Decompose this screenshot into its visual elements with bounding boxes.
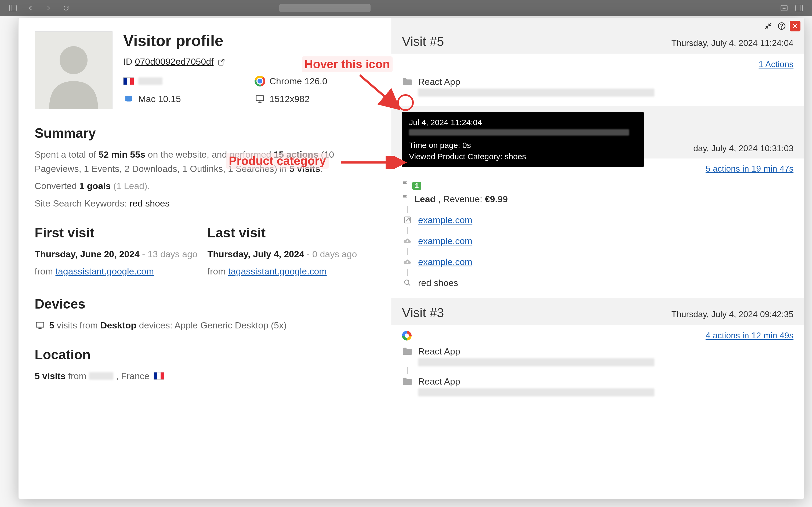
visit-3-actions-link[interactable]: 4 actions in 12 min 49s bbox=[706, 331, 794, 340]
visit-5-actions-link[interactable]: 1 Actions bbox=[759, 59, 794, 69]
page-name: React App bbox=[418, 76, 460, 87]
location-text: 5 visits from , France bbox=[35, 369, 375, 383]
search-icon bbox=[402, 277, 413, 288]
download-icon bbox=[402, 257, 413, 267]
last-visit-heading: Last visit bbox=[208, 225, 375, 241]
tooltip-timestamp: Jul 4, 2024 11:24:04 bbox=[409, 117, 637, 128]
visit-3-header: Visit #3 Thursday, July 4, 2024 09:42:35 bbox=[391, 298, 804, 325]
svg-rect-5 bbox=[796, 5, 803, 11]
annotation-arrow-1 bbox=[354, 70, 408, 115]
resolution-label: 1512x982 bbox=[270, 94, 309, 104]
avatar bbox=[35, 32, 113, 109]
devices-heading: Devices bbox=[35, 296, 375, 312]
id-label: ID bbox=[123, 56, 132, 67]
browser-toolbar bbox=[0, 0, 812, 16]
location-heading: Location bbox=[35, 347, 375, 362]
back-icon[interactable] bbox=[26, 3, 36, 13]
summary-keywords: Site Search Keywords: red shoes bbox=[35, 196, 375, 211]
monitor-icon bbox=[35, 320, 45, 331]
svg-rect-10 bbox=[127, 102, 131, 102]
page-name: React App bbox=[418, 346, 460, 357]
devices-text: 5 visits from Desktop devices: Apple Gen… bbox=[35, 318, 375, 332]
flag-france-icon bbox=[154, 372, 164, 380]
visit-3-title: Visit #3 bbox=[402, 305, 444, 320]
mac-icon bbox=[123, 94, 134, 104]
download-icon bbox=[402, 235, 413, 246]
os-meta: Mac 10.15 bbox=[123, 94, 244, 104]
svg-rect-2 bbox=[781, 5, 787, 11]
flag-france-icon bbox=[123, 77, 134, 85]
folder-icon bbox=[402, 376, 413, 387]
page-title: Visitor profile bbox=[123, 32, 375, 49]
svg-point-27 bbox=[405, 280, 409, 284]
svg-rect-11 bbox=[256, 96, 264, 101]
annotation-hover: Hover this icon bbox=[302, 56, 393, 72]
svg-rect-14 bbox=[36, 322, 44, 327]
country-meta bbox=[123, 76, 244, 87]
visitor-id-link[interactable]: 070d0092ed7050df bbox=[135, 56, 214, 67]
action-pageview: React App bbox=[402, 75, 794, 89]
lead-row: Lead , Revenue: €9.99 bbox=[402, 192, 794, 206]
outlink-row: example.com bbox=[402, 213, 794, 227]
download-row-2: example.com bbox=[402, 255, 794, 269]
summary-heading: Summary bbox=[35, 125, 375, 141]
help-icon[interactable] bbox=[776, 21, 787, 32]
goal-count-badge: 1 bbox=[412, 182, 421, 190]
tabs-icon[interactable] bbox=[794, 3, 804, 13]
download-link-2[interactable]: example.com bbox=[418, 257, 472, 267]
svg-line-28 bbox=[408, 284, 410, 286]
svg-line-29 bbox=[360, 75, 397, 107]
last-visit-referrer-link[interactable]: tagassistant.google.com bbox=[228, 266, 327, 276]
action-pageview: React App bbox=[402, 344, 794, 358]
flag-icon bbox=[402, 194, 409, 204]
outlink-link[interactable]: example.com bbox=[418, 215, 472, 225]
visitor-profile-modal: Visitor profile ID 070d0092ed7050df bbox=[18, 18, 805, 499]
monitor-icon bbox=[254, 94, 265, 104]
page-name: React App bbox=[418, 376, 460, 387]
svg-line-8 bbox=[221, 59, 224, 62]
annotation-arrow-2 bbox=[338, 156, 408, 169]
first-visit-date: Thursday, June 20, 2024 - 13 days ago bbox=[35, 247, 202, 261]
visit-4-actions-link[interactable]: 5 actions in 19 min 47s bbox=[706, 164, 794, 173]
chrome-icon bbox=[254, 76, 265, 87]
folder-icon bbox=[402, 346, 413, 357]
visit-4-time: day, July 4, 2024 10:31:03 bbox=[693, 144, 794, 153]
search-term: red shoes bbox=[418, 278, 458, 288]
forward-icon[interactable] bbox=[44, 3, 53, 13]
goal-row: 1 bbox=[402, 179, 794, 192]
svg-line-24 bbox=[406, 218, 409, 222]
flag-goal-icon bbox=[402, 181, 409, 191]
first-visit-heading: First visit bbox=[35, 225, 202, 241]
sidebar-toggle-icon[interactable] bbox=[8, 3, 18, 13]
svg-rect-0 bbox=[9, 5, 16, 11]
tooltip: Jul 4, 2024 11:24:04 Time on page: 0s Vi… bbox=[402, 112, 644, 167]
summary-goals: Converted 1 goals (1 Lead). bbox=[35, 179, 375, 193]
visit-5-time: Thursday, July 4, 2024 11:24:04 bbox=[671, 38, 794, 48]
visit-5-header: Visit #5 Thursday, July 4, 2024 11:24:04 bbox=[391, 18, 804, 54]
last-visit-referrer: from tagassistant.google.com bbox=[208, 264, 375, 278]
share-icon[interactable] bbox=[779, 3, 789, 13]
close-icon[interactable] bbox=[790, 21, 801, 32]
action-pageview-2: React App bbox=[402, 374, 794, 388]
first-visit-referrer-link[interactable]: tagassistant.google.com bbox=[55, 266, 154, 276]
url-bar[interactable] bbox=[279, 4, 370, 12]
outlink-icon bbox=[402, 215, 413, 225]
collapse-icon[interactable] bbox=[763, 21, 773, 32]
reload-icon[interactable] bbox=[61, 3, 71, 13]
search-row: red shoes bbox=[402, 276, 794, 290]
svg-point-20 bbox=[781, 28, 782, 29]
os-label: Mac 10.15 bbox=[138, 94, 181, 104]
download-link[interactable]: example.com bbox=[418, 236, 472, 246]
export-icon[interactable] bbox=[216, 57, 227, 68]
svg-rect-9 bbox=[125, 96, 132, 101]
first-visit-referrer: from tagassistant.google.com bbox=[35, 264, 202, 278]
tooltip-time-on-page: Time on page: 0s bbox=[409, 139, 637, 151]
last-visit-date: Thursday, July 4, 2024 - 0 days ago bbox=[208, 247, 375, 261]
browser-label: Chrome 126.0 bbox=[270, 76, 327, 87]
google-icon bbox=[402, 331, 412, 340]
download-row: example.com bbox=[402, 234, 794, 248]
annotation-category: Product category bbox=[226, 153, 329, 169]
visit-5-title: Visit #5 bbox=[402, 34, 444, 49]
visit-3-time: Thursday, July 4, 2024 09:42:35 bbox=[671, 309, 794, 319]
tooltip-product-category: Viewed Product Category: shoes bbox=[409, 151, 637, 162]
